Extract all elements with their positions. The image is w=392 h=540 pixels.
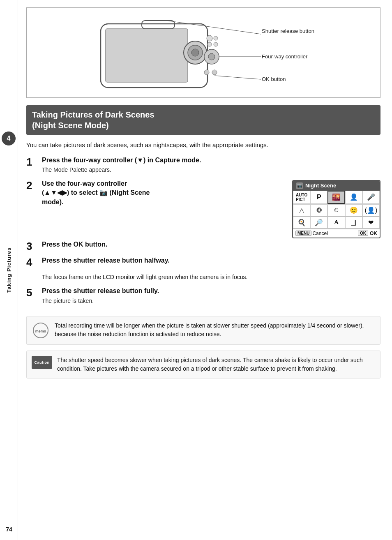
palette-row-2: △ ❂ ☺ 🙂 (👤): [293, 204, 380, 217]
memo-note-text: Total recording time will be longer when…: [55, 321, 375, 339]
step-4-title: Press the shutter release button halfway…: [42, 256, 380, 265]
palette-cell-text: A: [327, 217, 345, 228]
menu-key-label: MENU: [295, 231, 311, 236]
step-2-row: 2 Use the four-way controller(▲▼◀▶) to s…: [26, 179, 380, 238]
svg-rect-2: [142, 21, 175, 29]
palette-cell-heart: ❤: [362, 217, 380, 228]
chapter-number-badge: 4: [2, 132, 16, 145]
camera-diagram-svg: Shutter release button Four-way controll…: [35, 12, 372, 94]
cancel-label: Cancel: [312, 231, 327, 236]
palette-cell-food: 🍳: [293, 217, 310, 228]
step-2-left: Use the four-way controller(▲▼◀▶) to sel…: [42, 179, 286, 208]
caution-note-box: Caution The shutter speed becomes slower…: [26, 351, 380, 378]
palette-cell-landscape: △: [293, 204, 310, 216]
palette-cell-night: 🌇: [327, 191, 345, 204]
step-4-row: 4 Press the shutter release button halfw…: [26, 256, 380, 269]
palette-camera-icon: 📷: [296, 182, 303, 189]
step-5-title: Press the shutter release button fully.: [42, 286, 380, 295]
palette-cell-zoom: 🔎: [310, 217, 327, 228]
intro-text: You can take pictures of dark scenes, su…: [26, 141, 380, 150]
svg-text:OK button: OK button: [262, 76, 286, 82]
step-3-number: 3: [26, 240, 42, 253]
page-number: 74: [0, 526, 18, 533]
palette-cell-surf: 🙂: [345, 204, 362, 216]
step-1-number: 1: [26, 156, 42, 168]
step-3-content: Press the OK button.: [42, 240, 380, 250]
step-4-number: 4: [26, 256, 42, 269]
step-5-content: Press the shutter release button fully. …: [42, 286, 380, 307]
palette-row-3: 🍳 🔎 A ⎯| ❤: [293, 217, 380, 229]
camera-svg-wrapper: Shutter release button Four-way controll…: [31, 12, 376, 93]
steps-area: 1 Press the four-way controller (▼) in C…: [26, 156, 380, 310]
step-1-desc: The Mode Palette appears.: [42, 166, 380, 174]
step-1-row: 1 Press the four-way controller (▼) in C…: [26, 156, 380, 177]
step-5-desc: The picture is taken.: [42, 297, 380, 305]
svg-point-13: [212, 70, 217, 75]
steps-34: 3 Press the OK button. 4 Press the shutt…: [26, 240, 380, 284]
svg-point-8: [208, 42, 212, 46]
svg-text:Shutter release button: Shutter release button: [262, 28, 314, 34]
svg-point-11: [208, 53, 215, 60]
ok-key-label: OK: [358, 231, 368, 236]
step-3-title: Press the OK button.: [42, 240, 380, 249]
page-wrapper: 4 Taking Pictures 74: [0, 0, 392, 540]
chapter-tab-label: Taking Pictures: [6, 247, 12, 293]
section-title-line2: (Night Scene Mode): [32, 121, 109, 130]
section-header: Taking Pictures of Dark Scenes (Night Sc…: [26, 105, 380, 135]
memo-note-box: memo Total recording time will be longer…: [26, 316, 380, 345]
svg-text:Four-way controller: Four-way controller: [262, 53, 308, 60]
step-1-title: Press the four-way controller (▼) in Cap…: [42, 156, 380, 165]
memo-icon: memo: [32, 321, 50, 339]
svg-text:memo: memo: [35, 329, 46, 333]
svg-point-9: [214, 42, 218, 46]
main-content: Shutter release button Four-way controll…: [18, 0, 392, 540]
palette-cell-movie: ⎯|: [345, 217, 362, 228]
caution-icon: Caution: [32, 356, 52, 369]
step-4-content: Press the shutter release button halfway…: [42, 256, 380, 266]
svg-line-18: [214, 76, 261, 79]
palette-cell-portrait: 👤: [345, 191, 362, 204]
section-title-line1: Taking Pictures of Dark Scenes: [32, 110, 154, 119]
palette-footer-left: MENU Cancel: [295, 231, 328, 236]
palette-cell-flower: ❂: [310, 204, 327, 216]
palette-header-title: Night Scene: [305, 182, 336, 189]
palette-cell-pet: (👤): [362, 204, 380, 216]
step-4-desc: The focus frame on the LCD monitor will …: [42, 273, 380, 282]
svg-point-5: [191, 49, 199, 56]
night-palette: 📷 Night Scene AUTOPICT P 🌇 👤 🎤: [292, 180, 380, 238]
palette-footer-right: OK OK: [358, 231, 377, 236]
palette-cell-voice: 🎤: [362, 191, 380, 204]
svg-point-7: [214, 36, 218, 40]
step-5-number: 5: [26, 286, 42, 299]
step-2-title: Use the four-way controller(▲▼◀▶) to sel…: [42, 179, 286, 207]
caution-note-text: The shutter speed becomes slower when ta…: [57, 356, 375, 373]
step-3-row: 3 Press the OK button.: [26, 240, 380, 253]
step-1-content: Press the four-way controller (▼) in Cap…: [42, 156, 380, 177]
step-2-number: 2: [26, 179, 42, 192]
palette-cell-auto: AUTOPICT: [293, 191, 310, 204]
left-sidebar: 4 Taking Pictures 74: [0, 0, 18, 540]
palette-cell-sport: ☺: [327, 204, 345, 216]
svg-point-12: [204, 70, 209, 75]
svg-point-6: [207, 35, 212, 41]
camera-diagram-box: Shutter release button Four-way controll…: [26, 7, 380, 98]
palette-header: 📷 Night Scene: [293, 181, 380, 191]
palette-row-1: AUTOPICT P 🌇 👤 🎤: [293, 191, 380, 204]
svg-rect-1: [106, 29, 188, 82]
palette-footer: MENU Cancel OK OK: [293, 229, 380, 238]
step-5-row: 5 Press the shutter release button fully…: [26, 286, 380, 307]
palette-cell-p: P: [310, 191, 327, 204]
ok-label: OK: [370, 231, 377, 236]
